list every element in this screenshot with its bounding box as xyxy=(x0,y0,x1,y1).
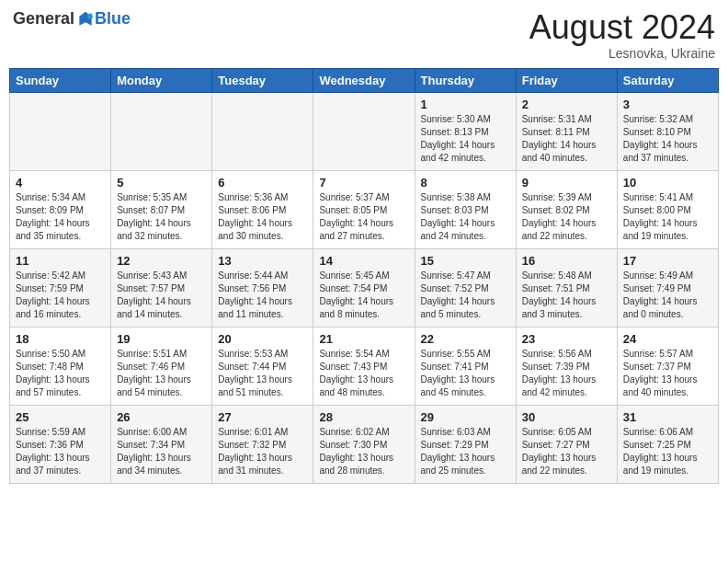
day-info: Sunrise: 5:34 AM Sunset: 8:09 PM Dayligh… xyxy=(16,191,105,243)
calendar-cell: 6Sunrise: 5:36 AM Sunset: 8:06 PM Daylig… xyxy=(212,170,313,248)
calendar-cell: 3Sunrise: 5:32 AM Sunset: 8:10 PM Daylig… xyxy=(617,92,718,170)
calendar-cell: 18Sunrise: 5:50 AM Sunset: 7:48 PM Dayli… xyxy=(10,327,111,405)
calendar-cell xyxy=(313,92,415,170)
day-info: Sunrise: 6:02 AM Sunset: 7:30 PM Dayligh… xyxy=(319,426,408,477)
calendar-cell: 16Sunrise: 5:48 AM Sunset: 7:51 PM Dayli… xyxy=(516,248,617,327)
column-header-friday: Friday xyxy=(516,68,617,92)
day-info: Sunrise: 5:54 AM Sunset: 7:43 PM Dayligh… xyxy=(319,348,408,399)
month-year-title: August 2024 xyxy=(529,9,715,46)
calendar-cell: 28Sunrise: 6:02 AM Sunset: 7:30 PM Dayli… xyxy=(313,405,415,483)
calendar-cell: 31Sunrise: 6:06 AM Sunset: 7:25 PM Dayli… xyxy=(617,405,718,483)
day-info: Sunrise: 5:49 AM Sunset: 7:49 PM Dayligh… xyxy=(623,270,712,321)
calendar-table: SundayMondayTuesdayWednesdayThursdayFrid… xyxy=(9,68,719,484)
title-block: August 2024 Lesnovka, Ukraine xyxy=(529,9,715,61)
day-info: Sunrise: 5:35 AM Sunset: 8:07 PM Dayligh… xyxy=(117,191,206,243)
day-info: Sunrise: 5:59 AM Sunset: 7:36 PM Dayligh… xyxy=(16,426,105,477)
logo: General Blue xyxy=(13,9,131,29)
day-info: Sunrise: 5:55 AM Sunset: 7:41 PM Dayligh… xyxy=(421,348,510,399)
day-info: Sunrise: 6:00 AM Sunset: 7:34 PM Dayligh… xyxy=(117,426,206,477)
calendar-cell: 2Sunrise: 5:31 AM Sunset: 8:11 PM Daylig… xyxy=(516,92,617,170)
day-info: Sunrise: 5:53 AM Sunset: 7:44 PM Dayligh… xyxy=(218,348,307,399)
calendar-cell: 19Sunrise: 5:51 AM Sunset: 7:46 PM Dayli… xyxy=(111,327,212,405)
calendar-cell: 25Sunrise: 5:59 AM Sunset: 7:36 PM Dayli… xyxy=(10,405,111,483)
day-number: 8 xyxy=(421,176,510,190)
calendar-cell: 1Sunrise: 5:30 AM Sunset: 8:13 PM Daylig… xyxy=(415,92,516,170)
calendar-week-row: 18Sunrise: 5:50 AM Sunset: 7:48 PM Dayli… xyxy=(10,327,719,405)
location-subtitle: Lesnovka, Ukraine xyxy=(529,46,715,61)
calendar-cell xyxy=(111,92,212,170)
logo-blue-text: Blue xyxy=(95,9,131,29)
day-number: 31 xyxy=(623,410,712,424)
day-info: Sunrise: 5:47 AM Sunset: 7:52 PM Dayligh… xyxy=(421,270,510,321)
calendar-cell xyxy=(212,92,313,170)
day-number: 9 xyxy=(522,176,611,190)
calendar-cell: 14Sunrise: 5:45 AM Sunset: 7:54 PM Dayli… xyxy=(313,248,415,327)
day-number: 28 xyxy=(319,410,408,424)
day-number: 19 xyxy=(117,332,206,346)
day-info: Sunrise: 5:38 AM Sunset: 8:03 PM Dayligh… xyxy=(421,191,510,243)
day-info: Sunrise: 6:05 AM Sunset: 7:27 PM Dayligh… xyxy=(522,426,611,477)
day-number: 4 xyxy=(16,176,105,190)
day-info: Sunrise: 5:36 AM Sunset: 8:06 PM Dayligh… xyxy=(218,191,307,243)
calendar-cell: 5Sunrise: 5:35 AM Sunset: 8:07 PM Daylig… xyxy=(111,170,212,248)
day-info: Sunrise: 5:31 AM Sunset: 8:11 PM Dayligh… xyxy=(522,113,611,165)
day-info: Sunrise: 5:48 AM Sunset: 7:51 PM Dayligh… xyxy=(522,270,611,321)
day-info: Sunrise: 5:57 AM Sunset: 7:37 PM Dayligh… xyxy=(623,348,712,399)
column-header-thursday: Thursday xyxy=(415,68,516,92)
column-header-tuesday: Tuesday xyxy=(212,68,313,92)
day-info: Sunrise: 6:01 AM Sunset: 7:32 PM Dayligh… xyxy=(218,426,307,477)
day-number: 20 xyxy=(218,332,307,346)
day-info: Sunrise: 5:42 AM Sunset: 7:59 PM Dayligh… xyxy=(16,270,105,321)
page-header: General Blue August 2024 Lesnovka, Ukrai… xyxy=(9,9,719,61)
day-info: Sunrise: 5:39 AM Sunset: 8:02 PM Dayligh… xyxy=(522,191,611,243)
day-number: 13 xyxy=(218,254,307,268)
day-number: 5 xyxy=(117,176,206,190)
day-number: 10 xyxy=(623,176,712,190)
day-number: 25 xyxy=(16,410,105,424)
day-number: 26 xyxy=(117,410,206,424)
day-number: 16 xyxy=(522,254,611,268)
day-info: Sunrise: 5:45 AM Sunset: 7:54 PM Dayligh… xyxy=(319,270,408,321)
day-info: Sunrise: 5:32 AM Sunset: 8:10 PM Dayligh… xyxy=(623,113,712,165)
day-number: 11 xyxy=(16,254,105,268)
calendar-cell: 21Sunrise: 5:54 AM Sunset: 7:43 PM Dayli… xyxy=(313,327,415,405)
calendar-cell: 23Sunrise: 5:56 AM Sunset: 7:39 PM Dayli… xyxy=(516,327,617,405)
calendar-cell xyxy=(10,92,111,170)
day-info: Sunrise: 6:06 AM Sunset: 7:25 PM Dayligh… xyxy=(623,426,712,477)
day-info: Sunrise: 5:50 AM Sunset: 7:48 PM Dayligh… xyxy=(16,348,105,399)
calendar-cell: 26Sunrise: 6:00 AM Sunset: 7:34 PM Dayli… xyxy=(111,405,212,483)
calendar-cell: 22Sunrise: 5:55 AM Sunset: 7:41 PM Dayli… xyxy=(415,327,516,405)
day-number: 22 xyxy=(421,332,510,346)
calendar-cell: 8Sunrise: 5:38 AM Sunset: 8:03 PM Daylig… xyxy=(415,170,516,248)
day-info: Sunrise: 5:43 AM Sunset: 7:57 PM Dayligh… xyxy=(117,270,206,321)
calendar-cell: 7Sunrise: 5:37 AM Sunset: 8:05 PM Daylig… xyxy=(313,170,415,248)
day-number: 18 xyxy=(16,332,105,346)
column-header-sunday: Sunday xyxy=(10,68,111,92)
calendar-cell: 13Sunrise: 5:44 AM Sunset: 7:56 PM Dayli… xyxy=(212,248,313,327)
day-number: 21 xyxy=(319,332,408,346)
logo-icon xyxy=(76,10,95,29)
logo-general-text: General xyxy=(13,9,74,29)
day-number: 30 xyxy=(522,410,611,424)
day-number: 1 xyxy=(421,98,510,111)
calendar-cell: 10Sunrise: 5:41 AM Sunset: 8:00 PM Dayli… xyxy=(617,170,718,248)
day-number: 2 xyxy=(522,98,611,111)
day-info: Sunrise: 5:30 AM Sunset: 8:13 PM Dayligh… xyxy=(421,113,510,165)
day-number: 15 xyxy=(421,254,510,268)
day-number: 23 xyxy=(522,332,611,346)
calendar-cell: 24Sunrise: 5:57 AM Sunset: 7:37 PM Dayli… xyxy=(617,327,718,405)
day-info: Sunrise: 5:41 AM Sunset: 8:00 PM Dayligh… xyxy=(623,191,712,243)
calendar-cell: 9Sunrise: 5:39 AM Sunset: 8:02 PM Daylig… xyxy=(516,170,617,248)
calendar-cell: 27Sunrise: 6:01 AM Sunset: 7:32 PM Dayli… xyxy=(212,405,313,483)
calendar-cell: 29Sunrise: 6:03 AM Sunset: 7:29 PM Dayli… xyxy=(415,405,516,483)
column-header-wednesday: Wednesday xyxy=(313,68,415,92)
calendar-cell: 20Sunrise: 5:53 AM Sunset: 7:44 PM Dayli… xyxy=(212,327,313,405)
day-number: 14 xyxy=(319,254,408,268)
day-number: 3 xyxy=(623,98,712,111)
day-number: 7 xyxy=(319,176,408,190)
calendar-cell: 17Sunrise: 5:49 AM Sunset: 7:49 PM Dayli… xyxy=(617,248,718,327)
calendar-cell: 11Sunrise: 5:42 AM Sunset: 7:59 PM Dayli… xyxy=(10,248,111,327)
calendar-week-row: 1Sunrise: 5:30 AM Sunset: 8:13 PM Daylig… xyxy=(10,92,719,170)
calendar-week-row: 11Sunrise: 5:42 AM Sunset: 7:59 PM Dayli… xyxy=(10,248,719,327)
day-info: Sunrise: 5:44 AM Sunset: 7:56 PM Dayligh… xyxy=(218,270,307,321)
